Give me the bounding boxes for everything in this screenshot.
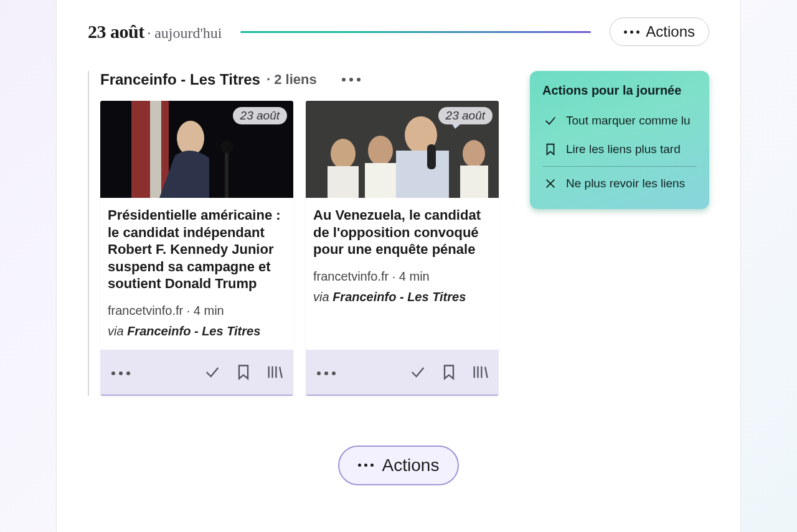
panel-divider [542,166,697,167]
via-label: via [313,290,332,304]
check-icon [544,114,557,128]
main-row: Franceinfo - Les Titres · 2 liens [88,71,709,396]
library-icon [471,363,489,381]
article-image: 23 août [100,101,293,198]
panel-dismiss[interactable]: Ne plus revoir les liens [539,169,700,198]
article-card[interactable]: 23 août Au Venezuela, le candidat de l'o… [306,101,499,396]
svg-rect-1 [131,101,150,198]
date-title: 23 août [88,21,144,42]
via-source-name: Franceinfo - Les Titres [332,290,466,304]
svg-rect-5 [225,151,229,198]
article-card[interactable]: 23 août Présidentielle américaine : le c… [100,101,293,396]
date-subtitle: · aujourd'hui [147,25,222,41]
actions-label: Actions [382,455,440,475]
dots-icon [624,30,639,34]
svg-rect-15 [460,166,488,198]
article-date-badge: 23 août [438,107,493,124]
mark-read-button[interactable] [200,360,225,385]
bottom-actions-button[interactable]: Actions [338,446,460,485]
panel-read-later[interactable]: Lire les liens plus tard [539,135,700,164]
cards-row: 23 août Présidentielle américaine : le c… [100,101,511,396]
svg-point-8 [331,139,356,169]
bookmark-button[interactable] [231,360,256,385]
feed-link-count: · 2 liens [266,72,317,88]
feed-title: Franceinfo - Les Titres [100,71,260,88]
bookmark-button[interactable] [436,360,461,385]
check-icon [409,363,427,381]
dots-icon [358,464,374,467]
svg-point-4 [177,121,204,156]
bottom-actions: Actions [88,446,709,485]
panel-item-label: Ne plus revoir les liens [566,177,685,190]
article-footer [100,350,293,394]
feed-column: Franceinfo - Les Titres · 2 liens [88,71,511,396]
content: 23 août · aujourd'hui Actions Franceinfo… [57,0,740,485]
card-more-button[interactable] [106,369,135,378]
article-body: Présidentielle américaine : le candidat … [100,198,293,350]
library-button[interactable] [468,360,493,385]
panel-title: Actions pour la journée [539,83,700,106]
day-actions-panel: Actions pour la journée Tout marquer com… [530,71,709,209]
library-button[interactable] [262,360,287,385]
svg-rect-2 [150,101,161,198]
day-actions-button[interactable]: Actions [610,17,709,46]
panel-item-label: Lire les liens plus tard [566,142,681,156]
actions-label: Actions [646,23,695,40]
via-source-name: Franceinfo - Les Titres [127,324,260,338]
bookmark-icon [235,363,252,381]
svg-rect-13 [396,151,449,198]
feed-header: Franceinfo - Les Titres · 2 liens [100,71,511,88]
article-image: 23 août [306,101,499,198]
svg-point-10 [368,136,393,166]
article-source: via Franceinfo - Les Titres [313,290,491,304]
panel-item-label: Tout marquer comme lu [566,114,691,128]
library-icon [266,363,283,381]
article-body: Au Venezuela, le candidat de l'oppositio… [306,198,499,350]
article-source: via Franceinfo - Les Titres [108,324,286,338]
check-icon [204,363,221,381]
close-icon [544,177,557,190]
day-header: 23 août · aujourd'hui Actions [88,17,709,46]
date-block: 23 août · aujourd'hui [88,21,222,42]
article-meta: francetvinfo.fr · 4 min [108,304,286,318]
via-label: via [108,324,127,338]
feed-more-button[interactable] [342,78,361,82]
bookmark-icon [544,142,557,156]
panel-mark-all-read[interactable]: Tout marquer comme lu [539,106,700,135]
svg-point-14 [463,140,485,167]
article-date-badge: 23 août [233,107,287,124]
mark-read-button[interactable] [405,360,430,385]
svg-rect-9 [328,166,359,198]
header-divider [240,31,591,33]
article-title: Présidentielle américaine : le candidat … [108,207,286,292]
article-title: Au Venezuela, le candidat de l'oppositio… [313,207,491,258]
article-meta: francetvinfo.fr · 4 min [313,269,491,284]
app-container: 23 août · aujourd'hui Actions Franceinfo… [56,0,741,532]
bookmark-icon [440,363,458,381]
svg-rect-11 [365,163,396,198]
svg-rect-16 [427,144,436,169]
svg-point-6 [220,141,233,153]
article-footer [306,350,499,394]
card-more-button[interactable] [312,369,341,378]
